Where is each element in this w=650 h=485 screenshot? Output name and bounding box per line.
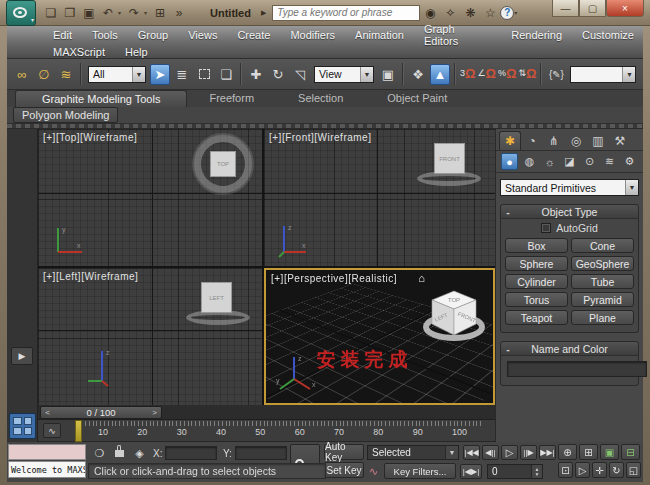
next-frame-arrow[interactable]: > [148,408,161,417]
tab-utilities-icon[interactable]: ⚒ [609,131,631,150]
dropdown-arrow-icon[interactable]: ▼ [445,446,458,459]
zoom-extents-all-button[interactable]: ⊟ [621,444,640,460]
select-object-button[interactable]: ➤ [150,64,170,85]
menu-create[interactable]: Create [228,29,279,41]
name-color-header[interactable]: - Name and Color [501,342,638,356]
frame-spinner[interactable]: ▲ ▼ [531,465,542,478]
autogrid-checkbox[interactable] [541,223,551,233]
unlink-selection-icon[interactable]: ∅ [34,64,54,85]
previous-frame-button[interactable]: ◀|| [482,445,499,460]
maxscript-listener-field[interactable]: Welcome to MAXS [8,461,86,478]
tab-display-icon[interactable]: ▥ [587,131,609,150]
rectangular-selection-region-icon[interactable] [194,64,214,85]
viewcube-top-face[interactable]: TOP [210,151,236,177]
zoom-region-button[interactable]: ⊡ [558,462,573,478]
viewport-perspective-label[interactable]: [+][Perspective][Realistic] [271,273,397,284]
category-helpers-icon[interactable]: ⊙ [581,153,598,170]
auto-key-button[interactable]: Auto Key [324,444,364,460]
maximize-viewport-toggle-button[interactable]: ◱ [626,462,641,478]
license-key-icon[interactable]: ✧ [440,4,460,22]
maximize-button[interactable]: ▢ [579,0,606,17]
orbit-button[interactable]: ↻ [609,462,624,478]
minimize-button[interactable]: — [552,0,579,17]
create-button-cone[interactable]: Cone [571,238,634,253]
create-button-geosphere[interactable]: GeoSphere [571,256,634,271]
ribbon-tab-selection[interactable]: Selection [276,90,365,107]
create-button-torus[interactable]: Torus [505,292,568,307]
menu-views[interactable]: Views [179,29,226,41]
create-button-cylinder[interactable]: Cylinder [505,274,568,289]
bind-to-spacewarp-icon[interactable]: ≋ [56,64,76,85]
viewport-front-label[interactable]: [+][Front][Wireframe] [269,132,371,143]
title-flyout-icon[interactable]: ▶ [261,9,266,17]
menu-rendering[interactable]: Rendering [502,29,571,41]
communication-center-icon[interactable]: ❋ [460,4,480,22]
save-file-icon[interactable]: ▣ [80,4,98,22]
pan-hand-button[interactable]: ✛ [592,462,607,478]
transform-typein-icon[interactable]: ◈ [131,445,148,461]
menu-help[interactable]: Help [116,46,157,58]
use-pivot-center-icon[interactable]: ▣ [378,64,398,85]
help-icon[interactable]: ? [500,6,514,20]
dropdown-arrow-icon[interactable]: ▼ [622,67,635,82]
isolate-bulb-icon[interactable]: ❍ [91,445,108,461]
viewport-left[interactable]: [+][Left][Wireframe] LEFT z [38,268,262,405]
set-key-button[interactable]: Set Key [324,462,364,478]
category-spacewarps-icon[interactable]: ≋ [601,153,618,170]
angle-snap-icon[interactable]: ∠Ω [477,68,496,80]
viewcube-top[interactable]: TOP [194,135,252,193]
menu-modifiers[interactable]: Modifiers [281,29,344,41]
current-frame-field[interactable]: 0 ▲ ▼ [487,464,543,479]
create-button-plane[interactable]: Plane [571,310,634,325]
qat-overflow-icon[interactable]: » [170,4,188,22]
spinner-snap-icon[interactable]: ⇅Ω [518,68,536,80]
viewport-perspective[interactable]: [+][Perspective][Realistic] ⌂ 安装完成 TOP L… [264,268,495,405]
menu-edit[interactable]: Edit [44,29,81,41]
strip-expand-arrow-button[interactable]: ▶ [11,347,33,365]
play-button[interactable]: ▷ [501,445,518,460]
spinner-down-icon[interactable]: ▼ [535,472,540,477]
key-filters-button[interactable]: Key Filters... [384,463,456,479]
macro-recorder-field[interactable] [8,444,86,460]
new-scene-icon[interactable]: ❏ [42,4,60,22]
selection-set-dropdown[interactable]: Selected ▼ [367,445,459,460]
tab-modify-icon[interactable]: ◔ [521,131,543,150]
keyboard-shortcut-override-button[interactable]: ▲ [430,64,450,85]
select-and-scale-icon[interactable]: ◹ [290,64,310,85]
viewport-top[interactable]: [+][Top][Wireframe] TOP y x [38,129,262,266]
project-folder-icon[interactable]: ⊞ [151,4,169,22]
dropdown-arrow-icon[interactable]: ▼ [360,67,373,82]
ribbon-tab-object-paint[interactable]: Object Paint [365,90,469,107]
create-button-pyramid[interactable]: Pyramid [571,292,634,307]
ribbon-tab-graphite-modeling-tools[interactable]: Graphite Modeling Tools [15,90,187,107]
select-and-link-icon[interactable]: ∞ [12,64,32,85]
zoom-all-button[interactable]: ⊞ [579,444,598,460]
mini-curve-editor-icon[interactable]: ∿ [43,423,61,438]
snaps-toggle-3d-icon[interactable]: 3Ω [460,68,475,80]
category-systems-icon[interactable]: ⚙ [621,153,638,170]
time-slider-handle[interactable]: < 0 / 100 > [40,406,162,419]
menu-group[interactable]: Group [129,29,178,41]
go-to-start-button[interactable]: |◀◀ [463,445,480,460]
tab-create-icon[interactable]: ✱ [499,131,521,150]
favorites-star-icon[interactable]: ☆ [480,4,500,22]
undo-caret-icon[interactable]: ▾ [118,9,124,16]
x-coordinate-field[interactable] [165,446,217,460]
undo-icon[interactable]: ↶ [99,4,117,22]
next-frame-button[interactable]: ||▶ [520,445,537,460]
percent-snap-icon[interactable]: %Ω [498,68,516,80]
polygon-modeling-panel-button[interactable]: Polygon Modeling [13,107,118,123]
named-selection-dropdown[interactable]: ▼ [570,66,636,83]
select-and-manipulate-icon[interactable]: ❖ [408,64,428,85]
go-to-end-button[interactable]: ▶▶| [539,445,556,460]
tab-hierarchy-icon[interactable]: ⋔ [543,131,565,150]
viewcube-home-icon[interactable]: ⌂ [418,272,425,284]
primitives-dropdown[interactable]: Standard Primitives ▼ [500,179,639,196]
create-button-tube[interactable]: Tube [571,274,634,289]
viewport-layout-tabs-button[interactable] [9,413,36,439]
selection-lock-icon[interactable] [111,445,128,461]
window-crossing-icon[interactable]: ❏ [216,64,236,85]
create-button-sphere[interactable]: Sphere [505,256,568,271]
rollout-minimize-icon[interactable]: - [501,206,515,218]
track-bar[interactable]: ∿ 102030405060708090100 [38,420,495,442]
